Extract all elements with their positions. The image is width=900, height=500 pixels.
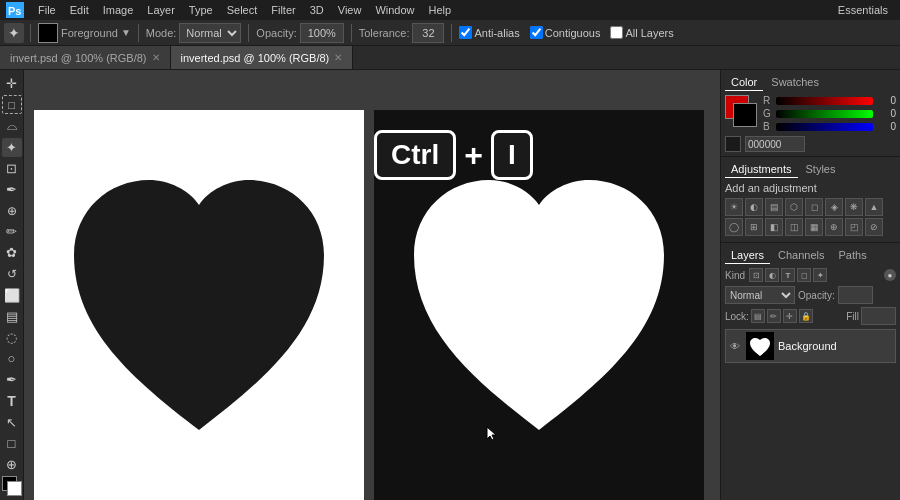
gradient-tool[interactable]: ▤ (2, 307, 22, 326)
type-tool[interactable]: T (2, 392, 22, 411)
menu-image[interactable]: Image (97, 2, 140, 18)
blend-mode-select[interactable]: Normal (725, 286, 795, 304)
menu-filter[interactable]: Filter (265, 2, 301, 18)
green-slider[interactable] (776, 110, 873, 118)
blue-slider[interactable] (776, 123, 873, 131)
tab-invert[interactable]: invert.psd @ 100% (RGB/8) ✕ (0, 46, 171, 69)
fill-input[interactable] (861, 307, 896, 325)
move-tool[interactable]: ✛ (2, 74, 22, 93)
filter-smart[interactable]: ✦ (813, 268, 827, 282)
i-key: I (491, 130, 533, 180)
styles-tab[interactable]: Styles (800, 161, 842, 178)
anti-alias-checkbox[interactable] (459, 26, 472, 39)
adj-levels[interactable]: ◐ (745, 198, 763, 216)
essentials-button[interactable]: Essentials (838, 4, 896, 16)
adj-exposure[interactable]: ⬡ (785, 198, 803, 216)
mode-select[interactable]: Normal (179, 23, 241, 43)
all-layers-checkbox[interactable] (610, 26, 623, 39)
adj-vibrance[interactable]: ◻ (805, 198, 823, 216)
adj-brightness[interactable]: ☀ (725, 198, 743, 216)
menu-file[interactable]: File (32, 2, 62, 18)
shape-tool[interactable]: □ (2, 434, 22, 453)
red-slider[interactable] (776, 97, 873, 105)
tab-invert-close[interactable]: ✕ (152, 52, 160, 63)
magic-wand-tool-side[interactable]: ✦ (2, 138, 22, 157)
spot-heal-tool[interactable]: ⊕ (2, 201, 22, 220)
adj-colorbalance[interactable]: ❋ (845, 198, 863, 216)
contiguous-label: Contiguous (545, 27, 601, 39)
menu-layer[interactable]: Layer (141, 2, 181, 18)
adj-curves[interactable]: ▤ (765, 198, 783, 216)
opacity-input-layers[interactable] (838, 286, 873, 304)
tool-icon-group: ✦ (4, 23, 34, 43)
tolerance-input[interactable] (412, 23, 444, 43)
adj-posterize[interactable]: ▦ (805, 218, 823, 236)
adj-gradient-map[interactable]: ◰ (845, 218, 863, 236)
red-slider-row: R 0 (763, 95, 896, 106)
select-rect-tool[interactable]: □ (2, 95, 22, 114)
filter-toggle[interactable]: ● (884, 269, 896, 281)
adj-colorlookup[interactable]: ◧ (765, 218, 783, 236)
lock-brush[interactable]: ✏ (767, 309, 781, 323)
brush-tool[interactable]: ✏ (2, 222, 22, 241)
filter-shape[interactable]: ◻ (797, 268, 811, 282)
canvas-left[interactable] (34, 110, 364, 500)
pen-tool[interactable]: ✒ (2, 370, 22, 389)
layer-visibility-eye[interactable]: 👁 (730, 341, 740, 352)
adjustments-tab[interactable]: Adjustments (725, 161, 798, 178)
foreground-dropdown-icon[interactable]: ▼ (121, 27, 131, 38)
color-tab[interactable]: Color (725, 74, 763, 91)
opacity-input[interactable] (300, 23, 344, 43)
lock-position[interactable]: ✛ (783, 309, 797, 323)
foreground-color-swatch[interactable] (38, 23, 58, 43)
lock-all[interactable]: 🔒 (799, 309, 813, 323)
contiguous-group: Contiguous (530, 26, 601, 39)
adj-photofilter[interactable]: ◯ (725, 218, 743, 236)
filter-type[interactable]: T (781, 268, 795, 282)
crop-tool[interactable]: ⊡ (2, 159, 22, 178)
background-color[interactable] (733, 103, 757, 127)
foreground-label: Foreground (61, 27, 118, 39)
all-layers-group: All Layers (610, 26, 673, 39)
lasso-tool[interactable]: ⌓ (2, 116, 22, 135)
eraser-tool[interactable]: ⬜ (2, 286, 22, 305)
magic-wand-tool[interactable]: ✦ (4, 23, 24, 43)
adj-channelmixer[interactable]: ⊞ (745, 218, 763, 236)
lock-checkerboard[interactable]: ▤ (751, 309, 765, 323)
contiguous-checkbox[interactable] (530, 26, 543, 39)
filter-pixel[interactable]: ⊡ (749, 268, 763, 282)
adj-threshold[interactable]: ⊕ (825, 218, 843, 236)
swatches-tab[interactable]: Swatches (765, 74, 825, 91)
adj-selective-color[interactable]: ⊘ (865, 218, 883, 236)
blur-tool[interactable]: ◌ (2, 328, 22, 347)
menu-window[interactable]: Window (369, 2, 420, 18)
color-swatches-stack (725, 95, 757, 127)
eyedropper-tool[interactable]: ✒ (2, 180, 22, 199)
hex-input[interactable] (745, 136, 805, 152)
menu-edit[interactable]: Edit (64, 2, 95, 18)
paths-tab[interactable]: Paths (833, 247, 873, 264)
menu-type[interactable]: Type (183, 2, 219, 18)
menu-help[interactable]: Help (423, 2, 458, 18)
clone-stamp-tool[interactable]: ✿ (2, 243, 22, 262)
blue-slider-row: B 0 (763, 121, 896, 132)
menu-3d[interactable]: 3D (304, 2, 330, 18)
channels-tab[interactable]: Channels (772, 247, 830, 264)
tab-inverted[interactable]: inverted.psd @ 100% (RGB/8) ✕ (171, 46, 354, 69)
history-brush-tool[interactable]: ↺ (2, 265, 22, 284)
adj-hue[interactable]: ◈ (825, 198, 843, 216)
layers-tab[interactable]: Layers (725, 247, 770, 264)
dodge-tool[interactable]: ○ (2, 349, 22, 368)
lock-label: Lock: (725, 311, 749, 322)
zoom-tool[interactable]: ⊕ (2, 455, 22, 474)
menu-view[interactable]: View (332, 2, 368, 18)
filter-adjust[interactable]: ◐ (765, 268, 779, 282)
foreground-bg-color[interactable] (2, 476, 22, 496)
path-select-tool[interactable]: ↖ (2, 413, 22, 432)
red-value: 0 (876, 95, 896, 106)
adj-black-white[interactable]: ▲ (865, 198, 883, 216)
adj-invert[interactable]: ◫ (785, 218, 803, 236)
layer-background[interactable]: 👁 Background (725, 329, 896, 363)
tab-inverted-close[interactable]: ✕ (334, 52, 342, 63)
menu-select[interactable]: Select (221, 2, 264, 18)
